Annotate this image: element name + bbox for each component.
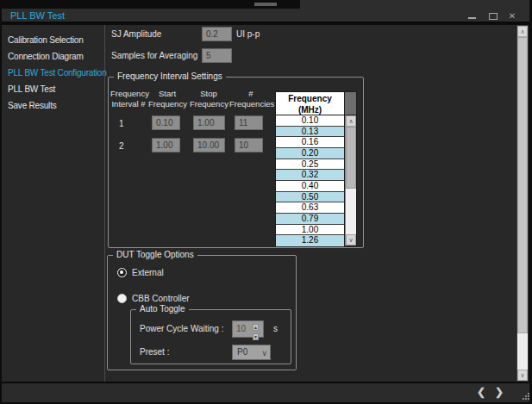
interval-1-start-input[interactable]: 0.10 <box>152 115 180 130</box>
table-row[interactable]: 0.63 <box>276 202 344 214</box>
resize-grip-icon[interactable] <box>521 391 529 400</box>
dut-toggle-options-title: DUT Toggle Options <box>113 250 197 259</box>
cbb-controller-radio[interactable]: CBB Controller <box>117 294 190 303</box>
close-button[interactable]: ✕ <box>504 9 520 22</box>
sj-amplitude-label: SJ Amplitude <box>111 29 161 39</box>
dut-toggle-options-group: DUT Toggle Options External CBB Controll… <box>107 255 297 370</box>
column-header-stop-frequency: Stop Frequency <box>190 89 228 109</box>
title-bar: PLL BW Test ✕ <box>2 9 529 23</box>
interval-2-count-input[interactable]: 10 <box>235 138 263 152</box>
maximize-icon <box>489 13 498 20</box>
frequency-table-scrollbar-thumb[interactable] <box>346 127 356 189</box>
dock-handle-icon <box>254 3 277 6</box>
interval-2-start-input[interactable]: 1.00 <box>152 138 180 152</box>
scroll-up-icon[interactable]: ∧ <box>517 26 528 37</box>
radio-unselected-icon <box>117 294 127 303</box>
auto-toggle-group: Auto Toggle Power Cycle Waiting : 10 ▲ ▼… <box>130 309 291 364</box>
close-icon: ✕ <box>509 11 516 21</box>
table-row[interactable]: 0.20 <box>276 148 344 159</box>
table-row[interactable]: 0.32 <box>276 170 344 181</box>
table-row[interactable]: 0.13 <box>276 127 344 138</box>
column-header-num-frequencies: # Frequencies <box>229 89 272 109</box>
power-cycle-waiting-label: Power Cycle Waiting : <box>140 324 223 333</box>
top-strip <box>0 0 532 9</box>
frequency-table-header-gap <box>345 91 357 115</box>
app-window: PLL BW Test ✕ Calibration Selection Conn… <box>0 0 532 404</box>
window-title: PLL BW Test <box>10 10 65 21</box>
sidebar-item-connection-diagram[interactable]: Connection Diagram <box>2 50 104 63</box>
preset-dropdown[interactable]: P0 ∨ <box>232 345 271 360</box>
spinner-buttons: ▲ ▼ <box>253 321 263 337</box>
previous-page-button[interactable]: ❮ <box>477 386 485 398</box>
frequency-table-body: 0.10 0.13 0.16 0.20 0.25 0.32 0.40 0.50 … <box>275 115 345 246</box>
auto-toggle-title: Auto Toggle <box>136 304 189 314</box>
scroll-up-icon[interactable]: ∧ <box>346 115 356 127</box>
spin-up-icon[interactable]: ▲ <box>253 324 259 331</box>
sidebar-item-save-results[interactable]: Save Results <box>2 99 104 112</box>
table-row[interactable]: 0.10 <box>276 115 344 127</box>
table-row[interactable]: 0.50 <box>276 192 344 203</box>
sj-amplitude-unit: UI p-p <box>236 29 260 39</box>
frequency-interval-settings-title: Frequency Interval Settings <box>114 71 226 81</box>
radio-selected-icon <box>117 268 127 277</box>
frequency-table-scrollbar[interactable]: ∧ ∨ <box>345 115 357 246</box>
table-row[interactable]: 0.79 <box>276 214 344 225</box>
samples-for-averaging-label: Samples for Averaging <box>111 51 197 60</box>
sidebar-item-calibration-selection[interactable]: Calibration Selection <box>2 34 104 47</box>
table-row[interactable]: 1.00 <box>276 225 344 236</box>
main-panel: SJ Amplitude 0.2 UI p-p Samples for Aver… <box>106 25 516 382</box>
power-cycle-waiting-unit: s <box>273 324 278 333</box>
cbb-controller-radio-label: CBB Controller <box>132 294 190 303</box>
interval-1-label: 1 <box>119 119 124 128</box>
content-area: Calibration Selection Connection Diagram… <box>2 25 516 382</box>
minimize-icon <box>468 17 476 19</box>
preset-label: Preset : <box>140 347 169 357</box>
sidebar-item-pll-bw-test[interactable]: PLL BW Test <box>2 83 104 96</box>
chevron-down-icon: ∨ <box>261 346 267 360</box>
scroll-down-icon[interactable]: ∨ <box>346 234 356 246</box>
preset-dropdown-value: P0 <box>237 347 247 357</box>
footer-bar: ❮ ❯ <box>2 382 529 402</box>
column-header-frequency-interval: Frequency Interval # <box>110 89 147 109</box>
samples-for-averaging-input[interactable]: 5 <box>202 48 232 63</box>
column-header-start-frequency: Start Frequency <box>148 89 186 109</box>
top-strip-right <box>300 0 529 9</box>
table-row[interactable]: 1.26 <box>276 235 344 246</box>
interval-2-label: 2 <box>119 141 124 151</box>
frequency-interval-settings-group: Frequency Interval Settings Frequency In… <box>108 77 364 248</box>
table-row[interactable]: 0.25 <box>276 159 344 171</box>
window-scrollbar[interactable]: ∧ ∨ <box>516 25 529 382</box>
power-cycle-waiting-value: 10 <box>236 324 246 333</box>
interval-2-stop-input[interactable]: 10.00 <box>193 138 225 152</box>
sj-amplitude-input[interactable]: 0.2 <box>202 27 232 41</box>
frequency-table-header: Frequency (MHz) <box>275 91 345 115</box>
external-radio[interactable]: External <box>117 268 164 277</box>
table-row[interactable]: 0.40 <box>276 181 344 192</box>
sidebar-item-pll-bw-test-configuration[interactable]: PLL BW Test Configuration <box>2 66 104 79</box>
table-row[interactable]: 0.16 <box>276 137 344 148</box>
scroll-down-icon[interactable]: ∨ <box>517 370 528 381</box>
maximize-button[interactable] <box>485 9 501 22</box>
interval-1-count-input[interactable]: 11 <box>235 115 263 130</box>
frequency-table: Frequency (MHz) 0.10 0.13 0.16 0.20 0.25… <box>275 91 357 246</box>
power-cycle-waiting-spinner[interactable]: 10 ▲ ▼ <box>232 320 264 338</box>
window-scrollbar-thumb[interactable] <box>517 37 528 333</box>
interval-1-stop-input[interactable]: 1.00 <box>193 115 225 130</box>
next-page-button[interactable]: ❯ <box>495 386 504 398</box>
sidebar: Calibration Selection Connection Diagram… <box>2 25 105 382</box>
external-radio-label: External <box>132 268 164 277</box>
spin-down-icon[interactable]: ▼ <box>253 333 259 340</box>
minimize-button[interactable] <box>464 9 479 22</box>
